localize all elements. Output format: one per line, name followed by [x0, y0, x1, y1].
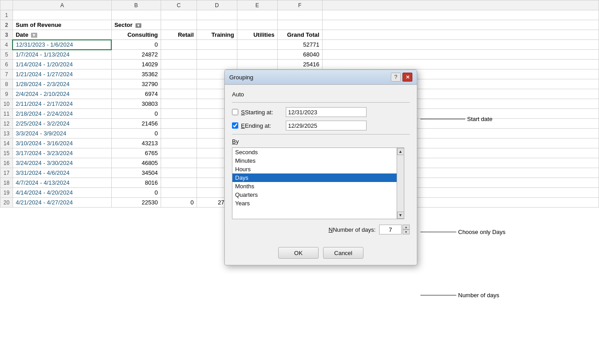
cell-f4[interactable]: 52771 — [277, 40, 322, 50]
cell-c13[interactable] — [161, 129, 197, 139]
auto-label: Auto — [232, 91, 410, 98]
cell-d3[interactable]: Training — [197, 30, 237, 40]
ok-button[interactable]: OK — [278, 247, 319, 259]
cell-d1[interactable] — [197, 10, 237, 20]
cell-d6[interactable] — [197, 60, 237, 69]
cell-c3[interactable]: Retail — [161, 30, 197, 40]
cell-a4[interactable]: 12/31/2023 - 1/6/2024 — [13, 40, 111, 50]
cell-a18[interactable]: 4/7/2024 - 4/13/2024 — [13, 178, 111, 188]
starting-at-checkbox[interactable] — [232, 109, 238, 115]
cell-f5[interactable]: 68040 — [277, 50, 322, 60]
cell-a13[interactable]: 3/3/2024 - 3/9/2024 — [13, 129, 111, 139]
cell-c10[interactable] — [161, 99, 197, 109]
cell-b15[interactable]: 6765 — [111, 148, 161, 158]
cell-b16[interactable]: 46805 — [111, 158, 161, 168]
cell-b10[interactable]: 30803 — [111, 99, 161, 109]
cell-c17[interactable] — [161, 168, 197, 178]
cell-a12[interactable]: 2/25/2024 - 3/2/2024 — [13, 119, 111, 129]
list-item-days[interactable]: Days — [232, 173, 397, 182]
cell-c18[interactable] — [161, 178, 197, 188]
cell-b4[interactable]: 0 — [111, 40, 161, 50]
cell-d4[interactable] — [197, 40, 237, 50]
ending-at-checkbox[interactable] — [232, 122, 238, 129]
cell-c20[interactable]: 0 — [161, 198, 197, 208]
cell-b9[interactable]: 6974 — [111, 89, 161, 99]
cell-b3[interactable]: Consulting — [111, 30, 161, 40]
cell-c19[interactable] — [161, 188, 197, 198]
cell-b18[interactable]: 8016 — [111, 178, 161, 188]
scrollbar-down-button[interactable]: ▼ — [397, 212, 404, 219]
list-item-hours[interactable]: Hours — [232, 165, 397, 173]
cell-a15[interactable]: 3/17/2024 - 3/23/2024 — [13, 148, 111, 158]
cell-a20[interactable]: 4/21/2024 - 4/27/2024 — [13, 198, 111, 208]
cell-b1[interactable] — [111, 10, 161, 20]
cell-c8[interactable] — [161, 79, 197, 89]
cell-f1[interactable] — [277, 10, 322, 20]
scrollbar-track[interactable] — [397, 155, 404, 212]
cell-a7[interactable]: 1/21/2024 - 1/27/2024 — [13, 69, 111, 79]
cell-c14[interactable] — [161, 139, 197, 148]
list-item-seconds[interactable]: Seconds — [232, 148, 397, 156]
cell-c6[interactable] — [161, 60, 197, 69]
cell-e1[interactable] — [237, 10, 277, 20]
cell-a3[interactable]: Date ▼ — [13, 30, 111, 40]
cancel-button[interactable]: Cancel — [323, 247, 363, 259]
cell-c4[interactable] — [161, 40, 197, 50]
cell-b6[interactable]: 14029 — [111, 60, 161, 69]
cell-a6[interactable]: 1/14/2024 - 1/20/2024 — [13, 60, 111, 69]
cell-a11[interactable]: 2/18/2024 - 2/24/2024 — [13, 109, 111, 119]
cell-a2[interactable]: Sum of Revenue — [13, 20, 111, 30]
cell-b13[interactable]: 0 — [111, 129, 161, 139]
cell-a9[interactable]: 2/4/2024 - 2/10/2024 — [13, 89, 111, 99]
cell-c1[interactable] — [161, 10, 197, 20]
cell-a8[interactable]: 1/28/2024 - 2/3/2024 — [13, 79, 111, 89]
cell-c11[interactable] — [161, 109, 197, 119]
by-listbox[interactable]: Seconds Minutes Hours Days Months Quarte… — [232, 147, 397, 219]
starting-at-input[interactable] — [286, 107, 367, 117]
cell-c12[interactable] — [161, 119, 197, 129]
cell-e5[interactable] — [237, 50, 277, 60]
cell-b20[interactable]: 22530 — [111, 198, 161, 208]
cell-a5[interactable]: 1/7/2024 - 1/13/2024 — [13, 50, 111, 60]
spinner-down-button[interactable]: ▼ — [402, 230, 410, 234]
list-item-years[interactable]: Years — [232, 199, 397, 208]
cell-c9[interactable] — [161, 89, 197, 99]
cell-f6[interactable]: 25416 — [277, 60, 322, 69]
scrollbar-up-button[interactable]: ▲ — [397, 148, 404, 155]
cell-a1[interactable] — [13, 10, 111, 20]
list-item-minutes[interactable]: Minutes — [232, 156, 397, 165]
cell-e3[interactable]: Utilities — [237, 30, 277, 40]
date-dropdown-icon[interactable]: ▼ — [31, 33, 37, 38]
spinner-up-button[interactable]: ▲ — [402, 225, 410, 230]
cell-a16[interactable]: 3/24/2024 - 3/30/2024 — [13, 158, 111, 168]
ending-at-input[interactable] — [286, 121, 367, 130]
col-header-b: B — [111, 0, 161, 10]
cell-a19[interactable]: 4/14/2024 - 4/20/2024 — [13, 188, 111, 198]
cell-c16[interactable] — [161, 158, 197, 168]
list-item-quarters[interactable]: Quarters — [232, 191, 397, 199]
cell-c5[interactable] — [161, 50, 197, 60]
section-divider-2 — [232, 134, 410, 134]
cell-b17[interactable]: 34504 — [111, 168, 161, 178]
cell-b11[interactable]: 0 — [111, 109, 161, 119]
cell-b5[interactable]: 24872 — [111, 50, 161, 60]
cell-e4[interactable] — [237, 40, 277, 50]
cell-c15[interactable] — [161, 148, 197, 158]
cell-b14[interactable]: 43213 — [111, 139, 161, 148]
dialog-help-button[interactable]: ? — [391, 73, 401, 82]
cell-b7[interactable]: 35362 — [111, 69, 161, 79]
cell-a14[interactable]: 3/10/2024 - 3/16/2024 — [13, 139, 111, 148]
cell-a17[interactable]: 3/31/2024 - 4/6/2024 — [13, 168, 111, 178]
cell-d5[interactable] — [197, 50, 237, 60]
cell-f3[interactable]: Grand Total — [277, 30, 322, 40]
filter-icon[interactable]: ▼ — [136, 23, 141, 28]
list-item-months[interactable]: Months — [232, 182, 397, 191]
cell-e6[interactable] — [237, 60, 277, 69]
cell-c7[interactable] — [161, 69, 197, 79]
cell-b8[interactable]: 32790 — [111, 79, 161, 89]
dialog-close-button[interactable]: ✕ — [402, 73, 412, 82]
num-days-input[interactable] — [379, 225, 402, 234]
cell-b19[interactable]: 0 — [111, 188, 161, 198]
cell-a10[interactable]: 2/11/2024 - 2/17/2024 — [13, 99, 111, 109]
cell-b12[interactable]: 21456 — [111, 119, 161, 129]
